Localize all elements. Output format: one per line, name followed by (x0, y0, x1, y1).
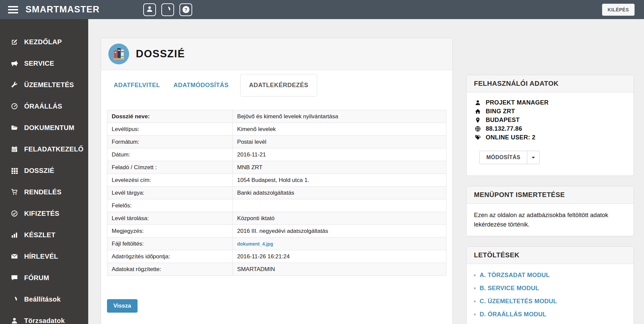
row-label: Levél tárgya: (107, 187, 233, 199)
folder-open-icon (10, 124, 19, 131)
dossier-detail-table: Dosszié neve:Bejövő és kimenő levelek ny… (107, 110, 446, 276)
menu-info-panel: MENÜPONT ISMERTETÉSE Ezen az oldalon az … (466, 186, 634, 236)
table-row: Feladó / Címzett :MNB ZRT (107, 161, 446, 174)
sidebar-nav: KEZDŐLAPSERVICEÜZEMELTETÉSÓRAÁLLÁSDOKUME… (0, 19, 88, 324)
user-data-panel: FELHASZNÁLÓI ADATOK PROJEKT MANAGERBING … (466, 75, 634, 176)
user-info-item: 88.132.77.86 (474, 125, 626, 132)
user-icon (10, 317, 19, 324)
modify-button-label[interactable]: MÓDOSÍTÁS (480, 151, 527, 164)
sidebar-item-oraallas[interactable]: ÓRAÁLLÁS (0, 95, 88, 117)
sidebar-item-beallitasok[interactable]: Beállítások (0, 288, 88, 310)
tab-adatfelvitel[interactable]: ADATFELVITEL (107, 74, 167, 96)
modify-dropdown-toggle[interactable] (527, 151, 539, 164)
sidebar-item-feladatkezelo[interactable]: FELADATKEZELŐ (0, 138, 88, 160)
row-label: Dosszié neve: (107, 110, 233, 123)
user-icon (474, 100, 481, 106)
sidebar-item-uzemeltetes[interactable]: ÜZEMELTETÉS (0, 74, 88, 95)
sidebar-item-label: Törzsadatok (24, 317, 65, 324)
sidebar-item-dosszie[interactable]: DOSSZIÉ (0, 160, 88, 181)
sidebar-item-hirlevel[interactable]: HÍRLEVÉL (0, 246, 88, 267)
page-title: DOSSZIÉ (136, 48, 185, 60)
row-label: Levél tárolása: (107, 212, 233, 225)
download-item: A. TÖRZSADAT MODUL (474, 269, 626, 282)
menu-info-text: Ezen az oldalon az adatbázisokba feltölt… (474, 210, 626, 229)
row-value: Banki adatszolgáltatás (233, 187, 446, 199)
modify-button[interactable]: MÓDOSÍTÁS (479, 151, 540, 164)
row-label: Felelős: (107, 199, 233, 212)
row-label: Adatokat rögzítette: (107, 263, 233, 276)
row-label: Megjegyzés: (107, 225, 233, 238)
user-info-text: BING ZRT (486, 108, 515, 115)
tags-icon (474, 134, 481, 141)
sidebar-item-label: SERVICE (24, 60, 54, 67)
user-info-list: PROJEKT MANAGERBING ZRTBUDAPEST88.132.77… (474, 99, 626, 141)
dossier-panel-body: ADATFELVITELADATMÓDOSÍTÁSADATLEKÉRDEZÉS … (101, 70, 452, 324)
user-info-text: PROJEKT MANAGER (486, 99, 549, 106)
calendar-icon (10, 145, 19, 153)
table-row: Megjegyzés:2016 III. negyedévi adatszolg… (107, 225, 446, 238)
menu-toggle-icon[interactable] (8, 4, 18, 15)
logout-button[interactable]: KILÉPÉS (602, 4, 635, 16)
comment-icon (10, 274, 19, 281)
user-info-item: BUDAPEST (474, 117, 626, 124)
uploaded-file-link[interactable]: dokument_4.jpg (237, 241, 273, 247)
back-button[interactable]: Vissza (107, 299, 138, 313)
download-item: E. DOKUMENTUM MODUL (474, 321, 626, 324)
download-link-d-oraallas-modul[interactable]: D. ÓRAÁLLÁS MODUL (480, 311, 546, 318)
user-button[interactable] (143, 3, 156, 16)
table-row: Levél tárolása:Központi iktató (107, 212, 446, 225)
bullet-icon (474, 314, 476, 315)
row-value: Központi iktató (233, 212, 446, 225)
sidebar-item-label: KÉSZLET (24, 231, 55, 239)
table-row: Adatokat rögzítette:SMARTADMIN (107, 263, 446, 276)
caret-down-icon (532, 157, 535, 158)
row-value: SMARTADMIN (233, 263, 446, 276)
settings-button[interactable] (161, 3, 174, 16)
sidebar-item-kifizetes[interactable]: KIFIZETÉS (0, 203, 88, 224)
sidebar-item-service[interactable]: SERVICE (0, 53, 88, 74)
bullhorn-icon (10, 60, 19, 67)
row-label: Levelezési cím: (107, 174, 233, 187)
sidebar-item-forum[interactable]: FÓRUM (0, 267, 88, 288)
menu-info-panel-title: MENÜPONT ISMERTETÉSE (467, 186, 634, 204)
row-label: Feladó / Címzett : (107, 161, 233, 174)
grid-icon (10, 167, 19, 174)
user-icon (146, 6, 153, 13)
sidebar-item-torzsadatok[interactable]: Törzsadatok (0, 310, 88, 324)
table-row: Adatrögzítés időpontja:2016-11-26 16:21:… (107, 250, 446, 263)
edit-icon (10, 38, 19, 46)
user-info-text: 88.132.77.86 (486, 125, 522, 132)
home-icon (474, 108, 481, 115)
sidebar-item-label: RENDELÉS (24, 188, 61, 196)
tab-adatlekerdezes[interactable]: ADATLEKÉRDEZÉS (240, 74, 318, 96)
download-link-c-uzemeltetes-modul[interactable]: C. ÜZEMELTETÉS MODUL (480, 298, 557, 305)
row-value: MNB ZRT (233, 161, 446, 174)
download-link-a-torzsadat-modul[interactable]: A. TÖRZSADAT MODUL (480, 272, 550, 279)
user-info-item: BING ZRT (474, 108, 626, 115)
sidebar-item-label: DOKUMENTUM (24, 124, 74, 132)
sidebar-item-label: KEZDŐLAP (24, 38, 62, 46)
sidebar-item-keszlet[interactable]: KÉSZLET (0, 224, 88, 246)
sidebar-item-rendeles[interactable]: RENDELÉS (0, 181, 88, 203)
help-button[interactable]: ? (179, 3, 192, 16)
row-value (233, 199, 446, 212)
row-value: Postai levél (233, 136, 446, 148)
gear-icon (10, 296, 19, 303)
row-value: Kimenő levelek (233, 123, 446, 136)
user-info-text: BUDAPEST (486, 117, 520, 124)
tab-adatmodositas[interactable]: ADATMÓDOSÍTÁS (167, 74, 235, 96)
download-link-b-service-modul[interactable]: B. SERVICE MODUL (480, 285, 539, 292)
question-icon: ? (182, 6, 190, 13)
row-value: 2016-11-26 16:21:24 (233, 250, 446, 263)
sidebar-item-label: Beállítások (24, 296, 61, 303)
sidebar-item-dokumentum[interactable]: DOKUMENTUM (0, 117, 88, 138)
bullet-icon (474, 301, 476, 302)
downloads-list: A. TÖRZSADAT MODULB. SERVICE MODULC. ÜZE… (474, 269, 626, 324)
download-item: C. ÜZEMELTETÉS MODUL (474, 295, 626, 308)
sidebar-item-kezdolap[interactable]: KEZDŐLAP (0, 31, 88, 53)
row-value: 1054 Budapest, Hold utca 1. (233, 174, 446, 187)
dossier-panel-header: DOSSZIÉ (101, 38, 452, 70)
sidebar-item-label: KIFIZETÉS (24, 210, 59, 217)
sidebar-item-label: HÍRLEVÉL (24, 253, 58, 260)
check-circle-icon (10, 210, 19, 217)
